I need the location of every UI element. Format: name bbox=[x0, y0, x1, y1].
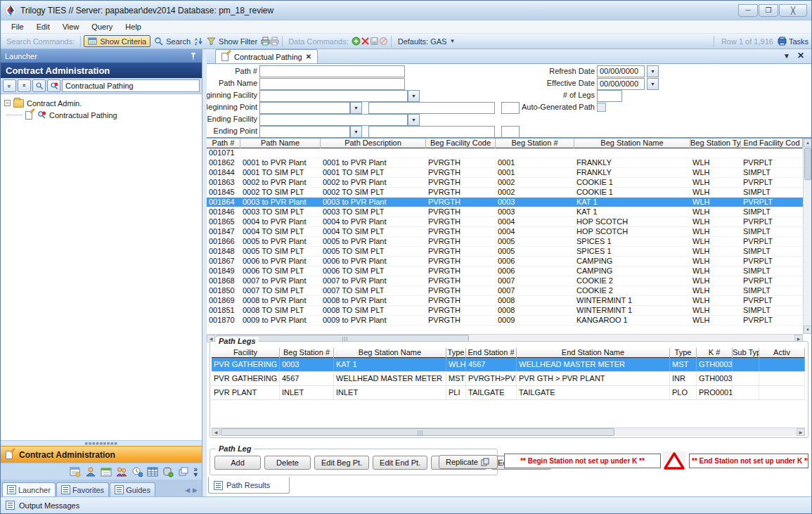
close-button[interactable]: ╳ bbox=[779, 4, 807, 17]
column-header[interactable]: Type bbox=[446, 348, 466, 358]
column-header[interactable]: Path # bbox=[207, 139, 240, 148]
beginning-facility-combo[interactable] bbox=[259, 90, 408, 102]
column-header[interactable]: End Station # bbox=[466, 348, 517, 358]
horizontal-scrollbar[interactable]: ◀ ▶ bbox=[212, 428, 805, 436]
launcher-search-input[interactable]: Contractual Pathing bbox=[62, 79, 200, 92]
table-row[interactable]: 0018510008 TO SIM PLT0008 TO SIM PLTPVRG… bbox=[207, 306, 803, 316]
table-row[interactable]: 0018660005 to PVR Plant0005 to PVR Plant… bbox=[207, 237, 803, 247]
search-tree-button[interactable] bbox=[32, 79, 46, 92]
table-row[interactable]: 0018630002 to PVR Plant0002 to PVR Plant… bbox=[207, 178, 803, 188]
delete-record-icon[interactable] bbox=[361, 37, 370, 46]
table-row[interactable]: 0018680007 to PVR Plant0007 to PVR Plant… bbox=[207, 276, 803, 286]
sort-az-icon[interactable]: A Z bbox=[194, 37, 203, 46]
column-header[interactable]: Beg Station # bbox=[496, 139, 574, 148]
tab-guides[interactable]: Guides bbox=[110, 482, 155, 496]
menu-view[interactable]: View bbox=[56, 23, 86, 31]
splitter-handle[interactable]: ■■■■■■■■■ bbox=[1, 440, 202, 446]
column-header[interactable]: Activ bbox=[759, 348, 805, 358]
tree-node-contractual-pathing[interactable]: Contractual Pathing bbox=[2, 109, 200, 121]
column-header[interactable]: Beg Station Name bbox=[574, 139, 690, 148]
output-messages-bar[interactable]: Output Messages bbox=[1, 496, 811, 513]
show-criteria-button[interactable]: Show Criteria bbox=[84, 35, 150, 47]
scroll-right-icon[interactable]: ▶ bbox=[797, 428, 805, 436]
scroll-down-icon[interactable]: ▼ bbox=[804, 326, 811, 334]
column-header[interactable]: Beg Station Type bbox=[690, 139, 741, 148]
ending-point-combo[interactable] bbox=[259, 126, 350, 138]
column-header[interactable]: End Facility Cod bbox=[741, 139, 803, 148]
num-legs-input[interactable] bbox=[597, 90, 622, 102]
scroll-left-icon[interactable]: ◀ bbox=[212, 428, 220, 436]
scrollbar-thumb[interactable] bbox=[221, 428, 614, 436]
table-row[interactable]: 0018700009 to PVR Plant0009 to PVR Plant… bbox=[207, 316, 803, 326]
scrollbar-thumb[interactable] bbox=[804, 148, 811, 180]
column-header[interactable]: Path Name bbox=[240, 139, 321, 148]
beginning-point-dropdown-icon[interactable]: ▼ bbox=[350, 102, 362, 114]
column-header[interactable]: Beg Facility Code bbox=[426, 139, 496, 148]
effective-date-input[interactable]: 00/00/0000 bbox=[597, 78, 645, 90]
delete-button[interactable]: Delete bbox=[264, 456, 311, 470]
table-row[interactable]: 0018500007 TO SIM PLT0007 TO SIM PLTPVRG… bbox=[207, 286, 803, 296]
table-row[interactable]: 0018450002 TO SIM PLT0002 TO SIM PLTPVRG… bbox=[207, 188, 803, 198]
tab-close-icon[interactable]: ✕ bbox=[306, 53, 311, 60]
search-button[interactable]: Search bbox=[150, 36, 194, 46]
add-button[interactable]: Add bbox=[214, 456, 261, 470]
menu-file[interactable]: File bbox=[5, 23, 30, 31]
more-buttons-chevron[interactable]: »▾ bbox=[193, 467, 198, 477]
calendar-icon[interactable] bbox=[101, 466, 112, 477]
clock-user-icon[interactable] bbox=[131, 466, 143, 477]
table-row[interactable]: 0018460003 TO SIM PLT0003 TO SIM PLTPVRG… bbox=[207, 207, 803, 217]
tab-launcher[interactable]: Launcher bbox=[2, 482, 56, 496]
column-header[interactable]: End Station Name bbox=[517, 348, 670, 358]
effective-date-dropdown-icon[interactable]: ▼ bbox=[647, 78, 659, 90]
tab-strip-close-icon[interactable]: ✕ bbox=[797, 51, 804, 60]
table-row[interactable]: PVR GATHERING SYSTEM0003KAT 1WLH4567WELL… bbox=[212, 358, 805, 372]
add-record-icon[interactable] bbox=[352, 37, 361, 46]
beginning-point-name-input[interactable] bbox=[368, 102, 495, 114]
tasks-button[interactable]: Tasks bbox=[778, 37, 808, 46]
tab-path-results[interactable]: Path Results bbox=[208, 477, 290, 494]
ending-point-dropdown-icon[interactable]: ▼ bbox=[350, 126, 362, 138]
table-row[interactable]: 0018470004 TO SIM PLT0004 TO SIM PLTPVRG… bbox=[207, 227, 803, 237]
vertical-scrollbar[interactable]: ▲ ▼ bbox=[803, 139, 811, 334]
column-header[interactable]: K # bbox=[697, 348, 733, 358]
form-icon[interactable] bbox=[70, 466, 81, 477]
table-row[interactable]: 0018650004 to PVR Plant0004 to PVR Plant… bbox=[207, 217, 803, 227]
table-row[interactable]: 0018480005 TO SIM PLT0005 TO SIM PLTPVRG… bbox=[207, 247, 803, 257]
search-clear-button[interactable] bbox=[47, 79, 60, 92]
menu-help[interactable]: Help bbox=[119, 23, 148, 31]
table-row[interactable]: 0018670006 to PVR Plant0006 to PVR Plant… bbox=[207, 257, 803, 266]
database-icon[interactable] bbox=[162, 466, 174, 477]
ending-point-code-input[interactable] bbox=[501, 126, 520, 138]
ending-facility-dropdown-icon[interactable]: ▼ bbox=[408, 114, 420, 126]
refresh-date-dropdown-icon[interactable]: ▼ bbox=[647, 65, 659, 77]
replicate-button[interactable]: Replicate bbox=[439, 455, 498, 469]
scroll-tabs-right-icon[interactable]: ▶ bbox=[193, 487, 198, 494]
column-header[interactable]: Path Description bbox=[321, 139, 426, 148]
table-icon[interactable] bbox=[147, 466, 158, 477]
table-row[interactable]: PVR PLANTINLETINLETPLITAILGATETAILGATEPL… bbox=[212, 386, 805, 400]
ending-point-name-input[interactable] bbox=[368, 126, 495, 138]
accordion-contract-administration[interactable]: Contract Administration bbox=[1, 446, 202, 463]
tree-node-contract-admin[interactable]: − Contract Admin. bbox=[2, 97, 200, 109]
edit-beg-pt-button[interactable]: Edit Beg Pt. bbox=[314, 456, 369, 470]
table-row[interactable]: 0018490006 TO SIM PLT0006 TO SIM PLTPVRG… bbox=[207, 266, 803, 276]
print-preview-icon[interactable] bbox=[270, 37, 279, 46]
ending-facility-combo[interactable] bbox=[259, 114, 408, 126]
tab-favorites[interactable]: Favorites bbox=[56, 482, 109, 496]
users-icon[interactable] bbox=[116, 466, 127, 477]
column-header[interactable]: Sub Type bbox=[733, 348, 759, 358]
beginning-facility-dropdown-icon[interactable]: ▼ bbox=[408, 90, 420, 102]
menu-query[interactable]: Query bbox=[85, 23, 119, 31]
save-icon[interactable] bbox=[370, 37, 379, 46]
scroll-tabs-left-icon[interactable]: ◀ bbox=[185, 487, 190, 494]
refresh-date-input[interactable]: 00/00/0000 bbox=[597, 65, 645, 77]
tab-contractual-pathing[interactable]: Contractual Pathing ✕ bbox=[215, 49, 318, 63]
column-header[interactable]: Facility bbox=[212, 348, 280, 358]
collapse-all-button[interactable]: » bbox=[3, 79, 16, 92]
minimize-button[interactable]: ─ bbox=[738, 4, 758, 17]
auto-generated-path-checkbox[interactable] bbox=[597, 103, 606, 112]
tab-list-chevron-icon[interactable]: ▼ bbox=[783, 52, 790, 60]
column-header[interactable]: Beg Station # bbox=[280, 348, 334, 358]
edit-end-pt-button[interactable]: Edit End Pt. bbox=[373, 456, 427, 470]
column-header[interactable]: Type bbox=[670, 348, 697, 358]
